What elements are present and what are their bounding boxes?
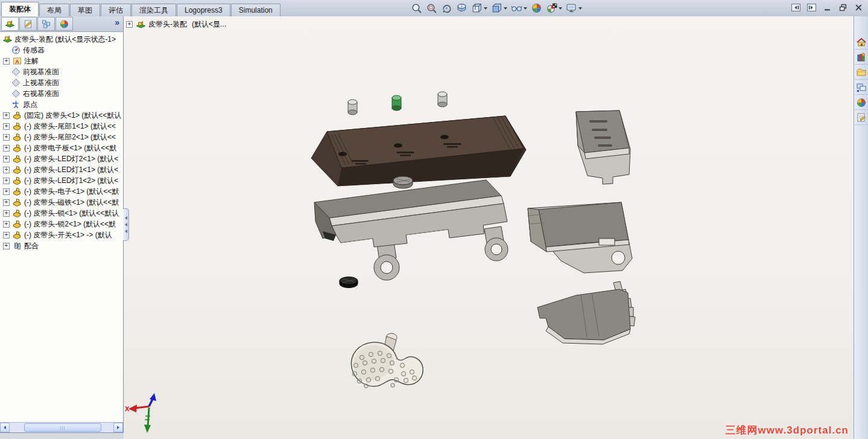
hide-show-icon[interactable] <box>509 1 529 16</box>
scroll-left-arrow-icon[interactable] <box>0 423 10 432</box>
part-top-cover[interactable] <box>311 116 526 186</box>
ribbon-tab[interactable]: Simulation <box>231 4 280 16</box>
panel-horizontal-scrollbar[interactable] <box>0 422 123 432</box>
tree-item[interactable]: 前视基准面 <box>0 66 123 77</box>
ribbon-tab[interactable]: Logopress3 <box>177 4 230 16</box>
scroll-right-arrow-icon[interactable] <box>113 423 123 432</box>
tree-item[interactable]: 配合 <box>0 240 123 251</box>
custom-properties-icon[interactable] <box>855 111 868 125</box>
zoom-fit-icon[interactable] <box>409 1 424 16</box>
tree-item[interactable]: (-) 皮带头-LED灯2<1> (默认< <box>0 153 123 164</box>
panel-splitter-handle[interactable] <box>123 208 129 241</box>
triad-x-label: X <box>125 405 130 412</box>
collapse-left-button[interactable] <box>790 2 802 13</box>
expand-plus-icon[interactable] <box>3 123 10 130</box>
tree-item[interactable]: A注解 <box>0 56 123 66</box>
view-settings-icon[interactable] <box>564 1 584 16</box>
dropdown-caret-icon[interactable] <box>578 7 582 10</box>
expand-plus-icon[interactable] <box>3 232 10 239</box>
breadcrumb-suffix: (默认<显... <box>192 19 226 30</box>
featuremanager-tab[interactable] <box>1 17 19 31</box>
rotate-view-icon[interactable] <box>439 1 454 16</box>
ribbon-tab[interactable]: 布局 <box>39 4 69 16</box>
design-library-icon[interactable] <box>855 51 868 65</box>
part-magnet-disk[interactable] <box>393 176 413 188</box>
part-comb[interactable] <box>537 281 635 344</box>
part-bracket-mid-right[interactable] <box>528 202 632 273</box>
tree-item[interactable]: (-) 皮带头-LED灯1<2> (默认< <box>0 175 123 186</box>
propertymanager-tab[interactable] <box>19 17 37 31</box>
displaymanager-tab[interactable] <box>55 17 73 31</box>
close-button[interactable] <box>852 2 864 13</box>
zoom-area-icon[interactable] <box>424 1 439 16</box>
ribbon-tab[interactable]: 评估 <box>101 4 131 16</box>
part-main-body[interactable] <box>314 180 508 280</box>
tree-item[interactable]: (-) 皮带头-锁<1> (默认<<默认 <box>0 208 123 219</box>
expand-plus-icon[interactable] <box>3 188 10 195</box>
tree-item-label: (-) 皮带头-磁铁<1> (默认<<默 <box>24 197 119 208</box>
part-icon <box>12 230 22 240</box>
tree-item[interactable]: (-) 皮带头-尾部2<1> (默认<< <box>0 132 123 143</box>
tree-item-label: (-) 皮带电子板<1> (默认<<默 <box>24 143 116 153</box>
tree-item-label: (-) 皮带头-锁<1> (默认<<默认 <box>24 208 119 219</box>
expand-plus-icon[interactable] <box>3 134 10 141</box>
home-icon[interactable] <box>855 36 868 50</box>
scroll-thumb[interactable] <box>24 423 101 432</box>
tree-item[interactable]: (固定) 皮带头<1> (默认<<默认 <box>0 110 123 121</box>
view-palette-icon[interactable] <box>855 81 868 95</box>
file-explorer-icon[interactable] <box>855 66 868 80</box>
part-switch-knob[interactable] <box>351 333 423 388</box>
expand-plus-icon[interactable] <box>3 199 10 206</box>
expand-plus-icon[interactable] <box>3 58 10 65</box>
view-orientation-icon[interactable] <box>469 1 489 16</box>
tree-item[interactable]: (-) 皮带头-磁铁<1> (默认<<默 <box>0 197 123 208</box>
section-view-icon[interactable] <box>454 1 469 16</box>
expand-plus-icon[interactable] <box>3 156 10 162</box>
dropdown-caret-icon[interactable] <box>504 7 507 10</box>
tree-item-label: 配合 <box>24 241 39 251</box>
tree-item[interactable]: 传感器 <box>0 45 123 56</box>
breadcrumb-expander[interactable] <box>126 21 133 28</box>
expand-plus-icon[interactable] <box>3 243 10 249</box>
display-style-icon[interactable] <box>489 1 509 16</box>
dropdown-caret-icon[interactable] <box>524 7 527 10</box>
dropdown-caret-icon[interactable] <box>484 7 487 10</box>
dropdown-caret-icon[interactable] <box>559 7 562 10</box>
expand-plus-icon[interactable] <box>3 221 10 228</box>
part-led-cap-green[interactable] <box>392 95 401 111</box>
expand-plus-icon[interactable] <box>3 178 10 184</box>
part-led-cap-gray-2[interactable] <box>438 92 447 107</box>
tree-item[interactable]: 右视基准面 <box>0 88 123 99</box>
tree-item-label: (固定) 皮带头<1> (默认<<默认 <box>24 111 121 121</box>
minimize-button[interactable] <box>821 2 833 13</box>
part-black-disk[interactable] <box>340 277 358 288</box>
tree-item[interactable]: (-) 皮带头-锁2<1> (默认<<默 <box>0 219 123 229</box>
collapse-right-button[interactable] <box>805 2 817 13</box>
ribbon-tab[interactable]: 草图 <box>70 4 100 16</box>
scroll-track[interactable] <box>10 423 113 432</box>
tree-item[interactable]: (-) 皮带头-LED灯1<1> (默认< <box>0 164 123 175</box>
ribbon-tab[interactable]: 装配体 <box>1 2 39 16</box>
graphics-viewport[interactable]: 皮带头-装配 (默认<显... <box>124 16 854 439</box>
appearances-icon[interactable] <box>855 96 868 110</box>
expand-plus-icon[interactable] <box>3 210 10 217</box>
tree-item[interactable]: (-) 皮带电子板<1> (默认<<默 <box>0 143 123 153</box>
apply-scene-icon[interactable] <box>544 1 564 16</box>
expand-plus-icon[interactable] <box>3 145 10 152</box>
tree-item[interactable]: (-) 皮带头-尾部1<1> (默认<< <box>0 121 123 132</box>
ribbon-tab[interactable]: 渲染工具 <box>131 4 176 16</box>
part-led-cap-gray-1[interactable] <box>348 100 357 115</box>
part-bracket-top-right[interactable] <box>576 111 630 184</box>
configurationmanager-tab[interactable] <box>37 17 55 31</box>
tree-item[interactable]: 皮带头-装配 (默认<显示状态-1> <box>0 34 123 45</box>
tree-item-label: (-) 皮带头-LED灯1<2> (默认< <box>24 176 118 186</box>
restore-button[interactable] <box>837 2 849 13</box>
tree-item[interactable]: 上视基准面 <box>0 77 123 88</box>
tree-item[interactable]: 原点 <box>0 99 123 110</box>
edit-appearance-icon[interactable] <box>529 1 544 16</box>
tree-item[interactable]: (-) 皮带头-电子<1> (默认<<默 <box>0 186 123 197</box>
expand-plus-icon[interactable] <box>3 167 10 173</box>
tree-item[interactable]: (-) 皮带头-开关<1> -> (默认 <box>0 229 123 240</box>
expand-plus-icon[interactable] <box>3 112 10 119</box>
panel-overflow-chevron[interactable]: » <box>115 18 119 27</box>
